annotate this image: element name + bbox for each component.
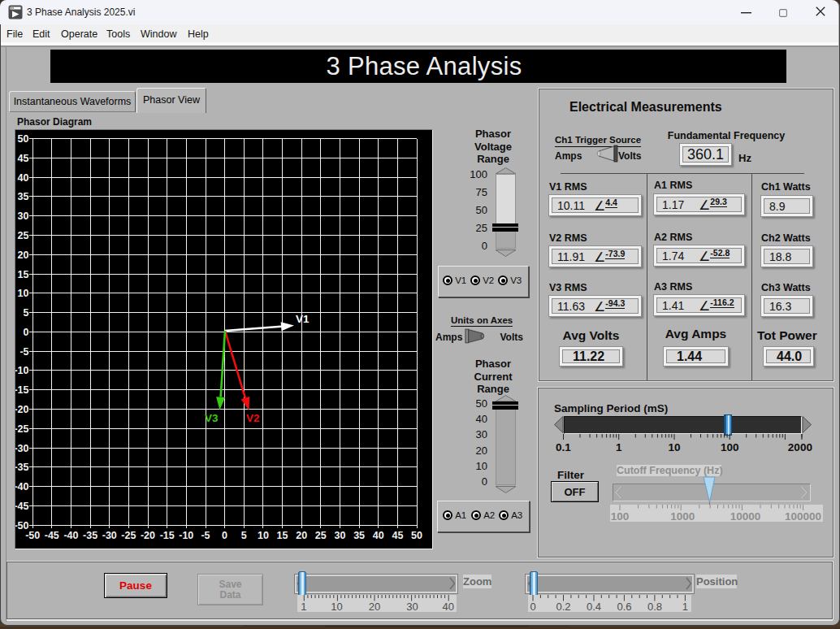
svg-text:-25: -25 xyxy=(15,423,29,435)
svg-text:-45: -45 xyxy=(15,501,29,512)
svg-text:-5: -5 xyxy=(19,346,28,358)
svg-text:45: 45 xyxy=(18,153,29,164)
svg-text:30: 30 xyxy=(18,210,29,222)
svg-text:45: 45 xyxy=(392,530,403,541)
svg-text:30: 30 xyxy=(334,530,345,541)
svg-text:5: 5 xyxy=(24,307,29,319)
svg-text:-15: -15 xyxy=(160,530,175,541)
svg-text:-25: -25 xyxy=(121,530,136,541)
svg-text:35: 35 xyxy=(18,191,29,202)
svg-text:-40: -40 xyxy=(63,530,78,541)
svg-text:20: 20 xyxy=(296,530,307,541)
svg-text:0: 0 xyxy=(24,327,29,338)
svg-text:-30: -30 xyxy=(102,530,117,541)
svg-text:25: 25 xyxy=(315,530,327,541)
svg-text:50: 50 xyxy=(411,530,422,541)
svg-text:-35: -35 xyxy=(15,462,29,473)
svg-text:-30: -30 xyxy=(15,443,29,454)
svg-text:-15: -15 xyxy=(15,384,29,396)
svg-text:50: 50 xyxy=(18,133,29,145)
svg-text:10: 10 xyxy=(258,530,269,541)
svg-text:40: 40 xyxy=(373,530,384,541)
svg-text:35: 35 xyxy=(353,530,365,541)
svg-text:V2: V2 xyxy=(246,412,260,424)
svg-text:-45: -45 xyxy=(45,530,59,541)
svg-text:-10: -10 xyxy=(15,365,29,376)
svg-text:15: 15 xyxy=(18,269,29,280)
svg-text:-20: -20 xyxy=(15,404,29,415)
svg-text:5: 5 xyxy=(241,530,247,541)
svg-text:-40: -40 xyxy=(15,481,29,492)
svg-text:20: 20 xyxy=(18,249,29,261)
svg-text:15: 15 xyxy=(277,530,288,541)
svg-text:V3: V3 xyxy=(205,412,219,424)
svg-text:0: 0 xyxy=(222,530,227,541)
svg-text:V1: V1 xyxy=(296,313,310,325)
svg-text:-35: -35 xyxy=(83,530,97,541)
svg-text:-5: -5 xyxy=(201,530,210,541)
svg-text:40: 40 xyxy=(18,172,29,184)
svg-text:-10: -10 xyxy=(179,530,193,541)
svg-text:-50: -50 xyxy=(25,530,40,541)
svg-text:-20: -20 xyxy=(141,530,155,541)
svg-text:25: 25 xyxy=(18,230,29,241)
svg-text:10: 10 xyxy=(18,288,29,299)
